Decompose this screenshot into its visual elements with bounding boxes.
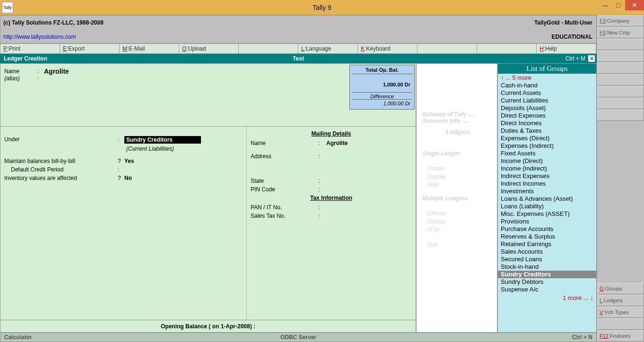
opbal-title: Total Op. Bal. [352, 67, 412, 74]
group-item[interactable]: Purchase Accounts [498, 225, 596, 233]
sidebar-empty7 [597, 110, 644, 121]
groups-list[interactable]: ↑ ... 5 more Cash-in-handCurrent AssetsC… [498, 74, 596, 332]
group-item[interactable]: Fixed Assets [498, 150, 596, 157]
menu-keyboard[interactable]: K: Keyboard [358, 44, 418, 53]
gw-alter2[interactable]: AlTer [427, 226, 493, 233]
menu-bar: P: Print E: Export M: E-Mail O: Upload L… [0, 43, 597, 54]
list-of-groups-panel: List of Groups ↑ ... 5 more Cash-in-hand… [497, 63, 597, 333]
group-item[interactable]: Income (Direct) [498, 157, 596, 165]
company-name: Test [293, 55, 304, 62]
group-item[interactable]: Cash-in-hand [498, 82, 596, 89]
groups-more-bottom[interactable]: 1 more ... ↓ [498, 293, 596, 302]
sidebar-ledgers[interactable]: L: Ledgers [597, 295, 644, 306]
gw-alter[interactable]: Alter [427, 181, 493, 188]
state-label: State [251, 178, 312, 184]
menu-print[interactable]: P: Print [0, 44, 60, 53]
group-item[interactable]: Sundry Debtors [498, 278, 596, 286]
edition-text: TallyGold - Multi-User [534, 19, 592, 26]
sidebar-newcmp-label: New Cmp [607, 30, 630, 35]
pin-label: PIN Code [251, 186, 312, 193]
group-item[interactable]: Provisions [498, 218, 596, 225]
sidebar-features[interactable]: F11: Features [597, 330, 644, 342]
ledger-name-value[interactable]: Agrolite [44, 68, 69, 75]
sidebar-features-label: Features [610, 333, 630, 339]
company-url[interactable]: http://www.tallysolutions.com [3, 34, 76, 40]
gw-path2: Accounts Info. .... [422, 118, 493, 124]
alias-label: (alias) [4, 75, 37, 82]
group-item[interactable]: Secured Loans [498, 256, 596, 263]
group-item[interactable]: Retained Earnings [498, 240, 596, 248]
gw-create[interactable]: Create [427, 165, 493, 172]
group-item[interactable]: Loans (Liability) [498, 203, 596, 210]
inventory-value[interactable]: No [124, 175, 132, 181]
menu-email-label: E-Mail [129, 45, 145, 52]
address-label: Address [251, 153, 312, 160]
status-shortcut: Ctrl + N [572, 334, 592, 341]
opening-balance-box: Total Op. Bal. 1,000.00 Dr Difference 1,… [349, 65, 415, 110]
maximize-button[interactable]: □ [612, 0, 625, 10]
group-item[interactable]: Income (Indirect) [498, 165, 596, 172]
groups-header: List of Groups [498, 64, 596, 74]
sidebar-company[interactable]: F3: Company [597, 15, 644, 26]
group-item[interactable]: Indirect Incomes [498, 180, 596, 188]
ledger-form: Name : Agrolite (alias) : Total Op. Bal.… [0, 63, 416, 333]
gw-display2[interactable]: DIsplay [427, 218, 493, 225]
sub-header: Ledger Creation Test Ctrl + M ✕ [0, 54, 597, 63]
close-button[interactable]: ✕ [625, 0, 644, 10]
group-item[interactable]: Current Liabilities [498, 97, 596, 104]
group-item[interactable]: Reserves & Surplus [498, 233, 596, 240]
odbc-server-label: ODBC Server [280, 334, 316, 341]
app-icon: Tally [2, 2, 13, 13]
menu-blank1 [239, 44, 298, 53]
group-item[interactable]: Misc. Expenses (ASSET) [498, 210, 596, 218]
window-title: Tally 9 [313, 4, 331, 11]
copyright-bar: (c) Tally Solutions FZ-LLC, 1988-2008 Ta… [0, 15, 597, 43]
opbal-amount: 1,000.00 Dr [352, 74, 412, 92]
sidebar-new-cmp[interactable]: F3: New Cmp [597, 27, 644, 38]
groups-more-top[interactable]: ↑ ... 5 more [498, 74, 596, 82]
group-item[interactable]: Expenses (Direct) [498, 135, 596, 142]
group-item[interactable]: Direct Incomes [498, 120, 596, 127]
sidebar-groups-label: Groups [605, 286, 622, 291]
group-item[interactable]: Indirect Expenses [498, 172, 596, 180]
menu-upload-label: Upload [188, 45, 206, 52]
difference-label: Difference [352, 92, 412, 99]
difference-amount: 1,000.00 Dr [352, 99, 412, 107]
mailing-name-value[interactable]: Agrolite [326, 140, 348, 146]
group-item[interactable]: Stock-in-hand [498, 263, 596, 271]
gw-multiple-ledgers: Multiple Ledgers [422, 195, 493, 202]
billbybill-value[interactable]: Yes [124, 158, 134, 164]
menu-export[interactable]: E: Export [60, 44, 120, 53]
group-item[interactable]: Sundry Creditors [498, 271, 596, 278]
under-value[interactable]: Sundry Creditors [124, 136, 201, 144]
menu-upload[interactable]: O: Upload [179, 44, 239, 53]
gw-quit[interactable]: Quit [427, 241, 493, 248]
group-item[interactable]: Expenses (Indirect) [498, 142, 596, 150]
gw-create2[interactable]: CReate [427, 210, 493, 217]
group-item[interactable]: Direct Expenses [498, 112, 596, 120]
menu-language[interactable]: L: Language [298, 44, 358, 53]
status-bar: Calculator ODBC Server Ctrl + N [0, 333, 597, 342]
group-item[interactable]: Investments [498, 188, 596, 195]
tax-info-heading: Tax Information [251, 195, 412, 201]
sidebar-empty3 [597, 62, 644, 74]
group-item[interactable]: Duties & Taxes [498, 127, 596, 135]
sidebar-vch-types[interactable]: V: Vch Types [597, 307, 644, 318]
menu-email[interactable]: M: E-Mail [120, 44, 179, 53]
panel-close-icon[interactable]: ✕ [588, 55, 595, 62]
group-item[interactable]: Loans & Advances (Asset) [498, 195, 596, 203]
group-item[interactable]: Current Assets [498, 89, 596, 97]
minimize-button[interactable]: — [599, 0, 612, 10]
under-label: Under [4, 136, 118, 144]
group-item[interactable]: Suspense A/c [498, 286, 596, 293]
sidebar-groups[interactable]: G: Groups [597, 283, 644, 294]
name-label: Name [4, 68, 37, 75]
group-item[interactable]: Deposits (Asset) [498, 104, 596, 112]
group-item[interactable]: Sales Accounts [498, 248, 596, 256]
calculator-label[interactable]: Calculator [0, 334, 32, 341]
gw-ledgers-title: Ledgers [422, 128, 493, 136]
gw-display[interactable]: Display [427, 173, 493, 180]
menu-help-label: Help [545, 45, 557, 52]
menu-help[interactable]: H: Help [537, 44, 596, 53]
gateway-of-tally-panel: Gateway of Tally .... Accounts Info. ...… [416, 63, 497, 333]
